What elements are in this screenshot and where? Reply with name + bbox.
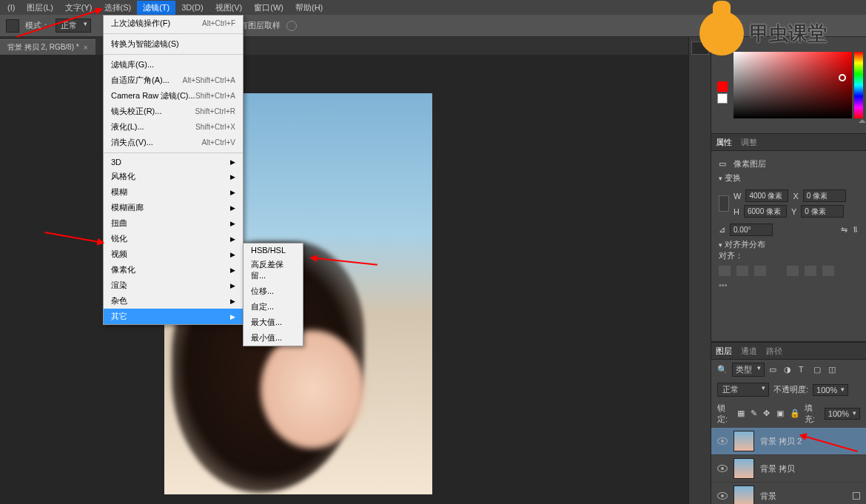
layer-thumb[interactable] <box>734 485 754 504</box>
mode-dropdown[interactable]: 正常 <box>56 19 91 33</box>
layer-thumb[interactable] <box>734 458 754 479</box>
filter-pixel-icon[interactable]: ▭ <box>769 365 779 375</box>
menu-item[interactable]: 帮助(H) <box>289 1 329 15</box>
menu-item[interactable]: 窗口(W) <box>248 1 289 15</box>
menu-filter-gallery[interactable]: 滤镜库(G)... <box>104 57 243 73</box>
menu-vanishing-point[interactable]: 消失点(V)... Alt+Ctrl+V <box>104 135 243 150</box>
menu-render[interactable]: 渲染▶ <box>104 278 243 293</box>
menu-video[interactable]: 视频▶ <box>104 246 243 262</box>
align-right-icon[interactable] <box>754 266 766 276</box>
submenu-hsbhsl[interactable]: HSB/HSL <box>244 243 303 257</box>
submenu-offset[interactable]: 位移... <box>244 283 303 299</box>
height-input[interactable] <box>744 205 787 218</box>
menu-adaptive-wide[interactable]: 自适应广角(A)... Alt+Shift+Ctrl+A <box>104 73 243 88</box>
menu-last-filter[interactable]: 上次滤镜操作(F) Alt+Ctrl+F <box>104 16 243 31</box>
link-icon[interactable] <box>719 195 729 212</box>
angle-input[interactable] <box>730 224 773 236</box>
align-left-icon[interactable] <box>719 266 731 276</box>
menu-camera-raw[interactable]: Camera Raw 滤镜(C)... Shift+Ctrl+A <box>104 88 243 104</box>
opacity-dropdown[interactable]: 100% <box>813 384 848 396</box>
visibility-icon[interactable] <box>717 492 728 500</box>
lock-artboard-icon[interactable]: ▣ <box>776 409 785 419</box>
tab-adjustments[interactable]: 调整 <box>741 137 757 148</box>
menu-label: 消失点(V)... <box>111 137 153 148</box>
submenu-minimum[interactable]: 最小值... <box>244 330 303 346</box>
menu-smart-filter[interactable]: 转换为智能滤镜(S) <box>104 36 243 52</box>
layer-row[interactable]: 背景 拷贝 2 <box>711 428 866 455</box>
menu-noise[interactable]: 杂色▶ <box>104 293 243 309</box>
menu-item[interactable]: (I) <box>1 1 21 13</box>
menu-item[interactable]: 选择(S) <box>98 1 138 15</box>
menu-blur-gallery[interactable]: 模糊画廊▶ <box>104 200 243 215</box>
width-input[interactable] <box>745 189 788 202</box>
layers-panel: 图层 通道 路径 🔍 类型 ▭ ◑ T ▢ ◫ 正常 不透明度: 100% 锁定… <box>711 341 866 504</box>
menu-item-filter[interactable]: 滤镜(T) <box>137 1 175 15</box>
flip-h-icon[interactable]: ⇋ <box>841 225 847 235</box>
filter-type-dropdown[interactable]: 类型 <box>732 363 765 377</box>
flip-v-icon[interactable]: ⥮ <box>852 225 859 235</box>
filter-adjust-icon[interactable]: ◑ <box>784 365 794 375</box>
fill-dropdown[interactable]: 100% <box>825 408 860 420</box>
align-top-icon[interactable] <box>787 266 799 276</box>
lock-all-icon[interactable]: 🔒 <box>790 409 800 419</box>
reset-icon[interactable] <box>286 21 297 31</box>
y-input[interactable] <box>801 205 844 218</box>
lock-icon <box>853 492 860 500</box>
filter-type-icon[interactable]: T <box>799 365 809 375</box>
menu-item[interactable]: 图层(L) <box>21 1 58 15</box>
menu-label: 模糊 <box>111 187 127 198</box>
tab-channels[interactable]: 通道 <box>741 346 757 357</box>
menu-stylize[interactable]: 风格化▶ <box>104 169 243 184</box>
background-swatch[interactable] <box>717 93 728 104</box>
lock-position-icon[interactable]: ✥ <box>763 409 772 419</box>
visibility-icon[interactable] <box>717 465 728 472</box>
x-input[interactable] <box>803 189 846 202</box>
menu-pixelate[interactable]: 像素化▶ <box>104 262 243 278</box>
more-icon[interactable]: ••• <box>719 280 859 289</box>
layer-name[interactable]: 背景 拷贝 <box>760 463 795 474</box>
tool-preset-icon[interactable] <box>6 19 19 33</box>
layer-thumb[interactable] <box>734 431 754 451</box>
foreground-swatch[interactable] <box>717 81 728 92</box>
blend-mode-dropdown[interactable]: 正常 <box>717 383 769 397</box>
menu-sharpen[interactable]: 锐化▶ <box>104 231 243 246</box>
menu-liquify[interactable]: 液化(L)... Shift+Ctrl+X <box>104 119 243 135</box>
align-section[interactable]: 对齐并分布 <box>719 239 859 250</box>
menu-other[interactable]: 其它▶ <box>104 309 243 324</box>
tab-properties[interactable]: 属性 <box>716 137 732 148</box>
angle-icon: ⊿ <box>719 225 725 235</box>
layer-row[interactable]: 背景 拷贝 <box>711 455 866 483</box>
align-center-icon[interactable] <box>736 266 748 276</box>
lock-image-icon[interactable]: ✎ <box>751 409 759 419</box>
transform-section[interactable]: 变换 <box>719 172 859 184</box>
submenu-custom[interactable]: 自定... <box>244 299 303 315</box>
menu-item[interactable]: 视图(V) <box>209 1 249 15</box>
filter-smart-icon[interactable]: ◫ <box>828 365 839 375</box>
menu-3d[interactable]: 3D▶ <box>104 155 243 169</box>
visibility-icon[interactable] <box>717 437 728 445</box>
document-tab[interactable]: 背景 拷贝 2, RGB/8) * × <box>0 39 95 55</box>
submenu-arrow-icon: ▶ <box>230 158 235 166</box>
align-bottom-icon[interactable] <box>822 266 834 276</box>
menu-distort[interactable]: 扭曲▶ <box>104 215 243 231</box>
submenu-high-pass[interactable]: 高反差保留... <box>244 257 303 283</box>
close-tab-icon[interactable]: × <box>84 44 88 52</box>
menu-item[interactable]: 3D(D) <box>175 1 209 13</box>
menu-blur[interactable]: 模糊▶ <box>104 184 243 200</box>
layer-name[interactable]: 背景 拷贝 2 <box>760 436 802 447</box>
layer-row[interactable]: 背景 <box>711 483 866 504</box>
hue-slider[interactable] <box>854 52 863 118</box>
filter-shape-icon[interactable]: ▢ <box>813 365 824 375</box>
tab-layers[interactable]: 图层 <box>716 346 732 357</box>
color-field[interactable] <box>734 52 852 118</box>
lock-label: 锁定: <box>717 403 733 425</box>
layer-name[interactable]: 背景 <box>760 491 776 502</box>
search-icon[interactable]: 🔍 <box>717 365 728 374</box>
lock-transparent-icon[interactable]: ▦ <box>737 409 746 419</box>
align-middle-icon[interactable] <box>805 266 816 276</box>
menu-lens-correction[interactable]: 镜头校正(R)... Shift+Ctrl+R <box>104 104 243 119</box>
tab-paths[interactable]: 路径 <box>766 346 782 357</box>
panel-collapse-strip <box>688 37 711 504</box>
align-sublabel: 对齐： <box>719 250 859 261</box>
submenu-maximum[interactable]: 最大值... <box>244 315 303 330</box>
